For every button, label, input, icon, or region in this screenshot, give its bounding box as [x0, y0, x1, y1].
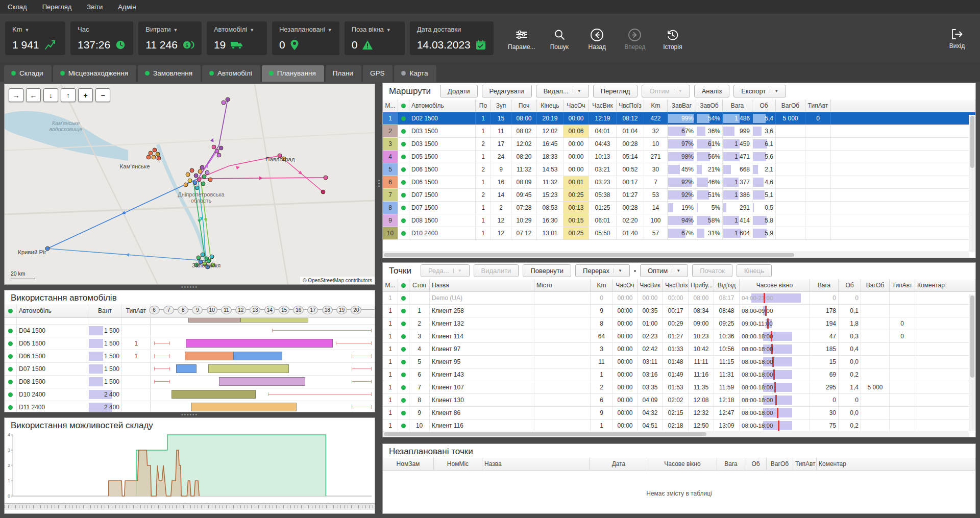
tab-плани[interactable]: Плани — [326, 65, 361, 82]
points-button-повернути[interactable]: Повернути — [523, 264, 571, 277]
routes-button-аналіз[interactable]: Аналіз — [694, 85, 730, 97]
vehicles-col-status[interactable] — [5, 304, 17, 317]
routes-col-Кінець[interactable]: Кінець — [537, 100, 564, 112]
vehicle-row-D05 1500[interactable]: D05 15001 5001 — [5, 337, 375, 350]
kpi-tile-7[interactable]: Дата доставки14.03.2023 — [410, 21, 494, 55]
tab-замовлення[interactable]: Замовлення — [138, 65, 201, 82]
routes-col-Вага[interactable]: Вага — [723, 100, 752, 112]
points-row-6[interactable]: 15Клиент 951100:0003:1101:4811:1111:1508… — [383, 356, 975, 368]
routes-col-Km[interactable]: Km — [644, 100, 668, 112]
points-vertical-scrollbar[interactable] — [969, 294, 975, 431]
routes-col-Поч[interactable]: Поч — [511, 100, 537, 112]
points-col-Часове вікно[interactable]: Часове вікно — [740, 279, 810, 291]
unplanned-col-Часове вікно[interactable]: Часове вікно — [648, 458, 717, 470]
routes-row-5[interactable]: 5D06 15002911:3214:5300:0003:2100:523045… — [383, 163, 975, 176]
routes-col-М...[interactable]: М... — [383, 100, 398, 112]
routes-row-9[interactable]: 9D08 150011210:2916:3000:1506:0102:20100… — [383, 214, 975, 227]
routes-col-ВагОб[interactable]: ВагОб — [776, 100, 805, 112]
routes-col-По[interactable]: По — [476, 100, 491, 112]
routes-row-6[interactable]: 6D06 150011608:0911:3200:0103:2300:17792… — [383, 176, 975, 189]
map-nav-button-5[interactable]: + — [78, 88, 93, 102]
toolbar-button-2[interactable]: Пошук — [541, 26, 578, 51]
map-canvas[interactable]: Кам'янське водосховищеКам'янськеПавлогра… — [5, 84, 375, 284]
unplanned-col-НомМіс[interactable]: НомМіс — [434, 458, 482, 470]
routes-button-редагувати[interactable]: Редагувати — [482, 85, 532, 97]
points-col-status[interactable] — [398, 279, 409, 291]
points-row-10[interactable]: 19Клиент 86900:0004:3202:1512:3212:4708:… — [383, 407, 975, 420]
map-nav-button-1[interactable]: → — [9, 88, 23, 102]
points-row-2[interactable]: 11Клиент 258900:0000:3500:1708:3408:4808… — [383, 305, 975, 317]
points-row-7[interactable]: 16Клиент 143100:0003:1601:4911:1611:3108… — [383, 368, 975, 381]
vehicle-row-D07 1500[interactable]: D07 15001 500 — [5, 363, 375, 376]
points-col-Вага[interactable]: Вага — [810, 279, 839, 291]
vehicles-col-Вант[interactable]: Вант — [88, 304, 122, 317]
routes-row-2[interactable]: 2D03 150011108:0212:0200:0604:0101:04326… — [383, 125, 975, 138]
toolbar-button-1[interactable]: Параме... — [503, 26, 541, 51]
splitter-vehicles-warehouse[interactable]: •••••• — [4, 412, 375, 417]
routes-col-ЧасВик[interactable]: ЧасВик — [589, 100, 617, 112]
routes-row-7[interactable]: 7D07 150021409:4515:2300:2505:3801:27539… — [383, 189, 975, 202]
routes-button-перегляд[interactable]: Перегляд — [593, 85, 638, 97]
routes-col-Зуп[interactable]: Зуп — [491, 100, 511, 112]
points-col-ВагОб[interactable]: ВагОб — [861, 279, 890, 291]
tab-місцезнаходження[interactable]: Місцезнаходження — [53, 65, 136, 82]
kpi-tile-2[interactable]: Час137:26 — [70, 21, 133, 55]
unplanned-col-Об[interactable]: Об — [745, 458, 767, 470]
vehicles-col-ТипАвт[interactable]: ТипАвт — [122, 304, 151, 317]
routes-col-ЧвсПоїз[interactable]: ЧвсПоїз — [617, 100, 644, 112]
unplanned-col-Вага[interactable]: Вага — [717, 458, 745, 470]
routes-row-4[interactable]: 4D05 150012408:2018:3300:0010:1305:14271… — [383, 151, 975, 163]
unplanned-col-НомЗам[interactable]: НомЗам — [383, 458, 434, 470]
routes-vertical-scrollbar[interactable] — [969, 115, 975, 252]
points-row-4[interactable]: 13Клиент 1146400:0002:2301:2710:2310:360… — [383, 330, 975, 343]
points-col-ЧасОч[interactable]: ЧасОч — [613, 279, 638, 291]
routes-horizontal-scrollbar[interactable] — [383, 252, 969, 258]
kpi-tile-6[interactable]: Поза вікна▼0 — [345, 21, 405, 55]
kpi-tile-5[interactable]: Незаплановані▼0 — [272, 21, 339, 55]
routes-button-видал-[interactable]: Видал...▼ — [536, 85, 589, 97]
menu-item-1[interactable]: Склад — [0, 0, 35, 14]
routes-button-додати[interactable]: Додати — [440, 85, 478, 97]
tab-склади[interactable]: Склади — [4, 65, 52, 82]
vehicle-row-D06 1500[interactable]: D06 15001 5001 — [5, 350, 375, 363]
points-row-9[interactable]: 18Клиент 130600:0004:0902:0212:0812:1808… — [383, 394, 975, 407]
map-nav-button-4[interactable]: ↑ — [61, 88, 76, 102]
points-horizontal-scrollbar[interactable] — [383, 431, 969, 437]
unplanned-col-Коментар[interactable]: Коментар — [817, 458, 975, 470]
points-row-5[interactable]: 14Клиент 97300:0002:4201:3310:4210:5608:… — [383, 343, 975, 356]
map-nav-button-3[interactable]: ↓ — [43, 88, 58, 102]
points-col-Від'їзд[interactable]: Від'їзд — [714, 279, 740, 291]
points-row-8[interactable]: 17Клиент 107200:0003:3501:5311:3511:5908… — [383, 381, 975, 394]
routes-row-3[interactable]: 3D03 150021712:0216:4500:0004:4300:28109… — [383, 138, 975, 151]
splitter-columns[interactable]: ••• — [376, 153, 382, 214]
points-col-Об[interactable]: Об — [839, 279, 861, 291]
tab-автомобілі[interactable]: Автомобілі — [202, 65, 260, 82]
map-nav-button-6[interactable]: − — [95, 88, 110, 102]
exit-button[interactable]: Вихід — [939, 28, 975, 50]
routes-col-ЗавВаг[interactable]: ЗавВаг — [668, 100, 696, 112]
points-col-Km[interactable]: Km — [591, 279, 613, 291]
splitter-map-vehicles[interactable]: •••••• — [4, 285, 375, 290]
routes-col-ТипАвт[interactable]: ТипАвт — [805, 100, 831, 112]
kpi-tile-4[interactable]: Автомобілі▼19 — [207, 21, 267, 55]
vehicle-row-D08 1500[interactable]: D08 15001 500 — [5, 376, 375, 388]
routes-col-ЧасОч[interactable]: ЧасОч — [564, 100, 589, 112]
tab-планування[interactable]: Планування — [262, 65, 324, 82]
points-col-Стоп[interactable]: Стоп — [409, 279, 430, 291]
routes-row-8[interactable]: 8D07 15001207:2808:5300:1301:2500:281419… — [383, 202, 975, 214]
toolbar-button-3[interactable]: Назад — [578, 26, 616, 51]
points-col-Коментар[interactable]: Коментар — [915, 279, 975, 291]
kpi-tile-3[interactable]: Витрати▼11 246$ — [138, 21, 202, 55]
points-row-3[interactable]: 12Клиент 132800:0001:0000:2909:0009:2509… — [383, 317, 975, 330]
warehouse-x-axis-ticks[interactable] — [5, 503, 375, 510]
menu-item-3[interactable]: Звіти — [79, 0, 110, 14]
points-col-Прибу...[interactable]: Прибу... — [689, 279, 714, 291]
routes-col-Автомобіль[interactable]: Автомобіль — [409, 100, 476, 112]
menu-item-4[interactable]: Адмін — [110, 0, 143, 14]
unplanned-col-Назва[interactable]: Назва — [482, 458, 590, 470]
routes-button-експорт[interactable]: Експорт▼ — [733, 85, 786, 97]
routes-col-Об[interactable]: Об — [752, 100, 776, 112]
tab-карта[interactable]: Карта — [394, 65, 436, 82]
vehicle-row-clipped[interactable] — [5, 318, 375, 325]
points-button-перерах[interactable]: Перерах▼ — [575, 264, 630, 277]
